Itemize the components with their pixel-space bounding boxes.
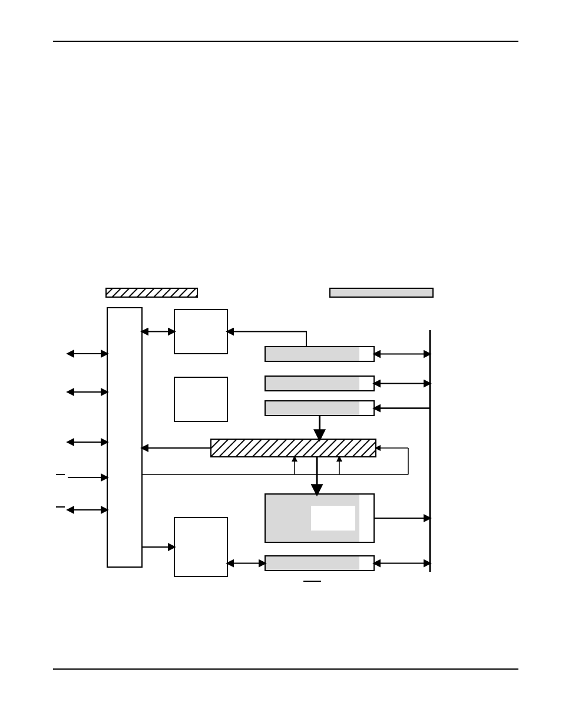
grey-bar-3-fill — [265, 401, 359, 416]
small-block-mid — [174, 377, 227, 421]
small-block-bottom — [174, 518, 227, 577]
hatched-block — [211, 439, 376, 457]
legend-hatched — [106, 288, 197, 297]
small-block-top — [174, 309, 227, 354]
conn-bar1-to-smalltop — [227, 332, 306, 347]
block-diagram — [0, 0, 562, 728]
grey-bar-1-fill — [265, 347, 359, 361]
grey-bar-4-fill — [265, 556, 359, 571]
left-tall-block — [107, 308, 142, 567]
legend-solid — [330, 288, 433, 297]
grey-bar-2-fill — [265, 376, 359, 391]
big-grey-inner-white — [311, 506, 355, 531]
